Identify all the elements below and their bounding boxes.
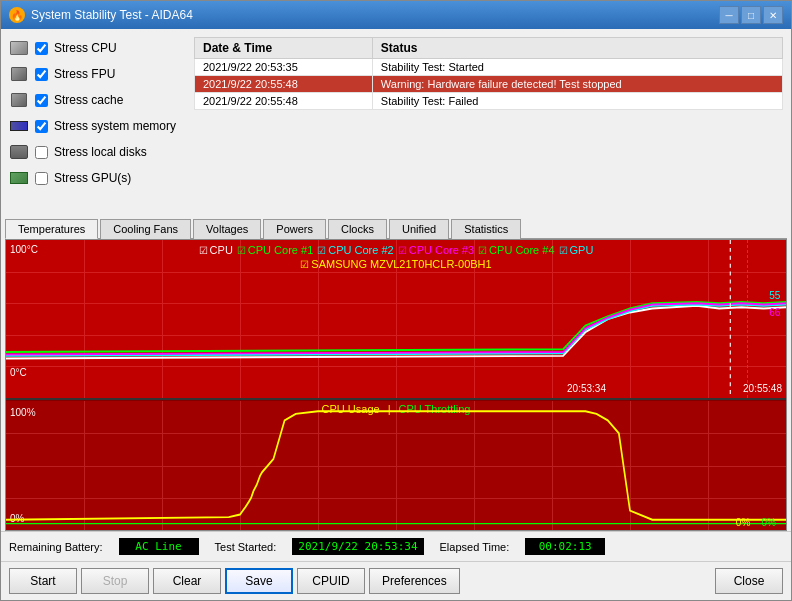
stress-gpu-item: Stress GPU(s) <box>9 167 178 189</box>
tab-voltages[interactable]: Voltages <box>193 219 261 239</box>
stress-cpu-item: Stress CPU <box>9 37 178 59</box>
bottom-info: Remaining Battery: AC Line Test Started:… <box>1 531 791 561</box>
stress-fpu-checkbox[interactable] <box>35 68 48 81</box>
row3-datetime: 2021/9/22 20:55:48 <box>195 93 373 110</box>
log-table: Date & Time Status 2021/9/22 20:53:35 St… <box>194 37 783 110</box>
table-row: 2021/9/22 20:53:35 Stability Test: Start… <box>195 59 783 76</box>
tab-statistics[interactable]: Statistics <box>451 219 521 239</box>
col-status: Status <box>372 38 782 59</box>
fpu-icon <box>9 66 29 82</box>
cpu-icon <box>9 40 29 56</box>
col-datetime: Date & Time <box>195 38 373 59</box>
tab-powers[interactable]: Powers <box>263 219 326 239</box>
minimize-button[interactable]: ─ <box>719 6 739 24</box>
stress-disks-item: Stress local disks <box>9 141 178 163</box>
preferences-button[interactable]: Preferences <box>369 568 460 594</box>
cpu-usage-chart: CPU Usage | CPU Throttling <box>6 400 786 530</box>
stress-memory-checkbox[interactable] <box>35 120 48 133</box>
stress-gpu-label: Stress GPU(s) <box>54 171 131 185</box>
start-button[interactable]: Start <box>9 568 77 594</box>
right-panel: Date & Time Status 2021/9/22 20:53:35 St… <box>186 29 791 219</box>
stress-cache-label: Stress cache <box>54 93 123 107</box>
stress-gpu-checkbox[interactable] <box>35 172 48 185</box>
test-started-label: Test Started: <box>215 541 277 553</box>
tab-temperatures[interactable]: Temperatures <box>5 219 98 239</box>
row3-status: Stability Test: Failed <box>372 93 782 110</box>
save-button[interactable]: Save <box>225 568 293 594</box>
titlebar-left: 🔥 System Stability Test - AIDA64 <box>9 7 193 23</box>
stress-disks-label: Stress local disks <box>54 145 147 159</box>
usage-svg: 0% 0% <box>6 401 786 530</box>
row1-datetime: 2021/9/22 20:53:35 <box>195 59 373 76</box>
stop-button[interactable]: Stop <box>81 568 149 594</box>
test-started-value: 2021/9/22 20:53:34 <box>292 538 423 555</box>
titlebar: 🔥 System Stability Test - AIDA64 ─ □ ✕ <box>1 1 791 29</box>
stress-memory-item: Stress system memory <box>9 115 178 137</box>
window-title: System Stability Test - AIDA64 <box>31 8 193 22</box>
tab-clocks[interactable]: Clocks <box>328 219 387 239</box>
close-button[interactable]: Close <box>715 568 783 594</box>
stress-disks-checkbox[interactable] <box>35 146 48 159</box>
svg-text:55: 55 <box>769 288 780 301</box>
table-row: 2021/9/22 20:55:48 Stability Test: Faile… <box>195 93 783 110</box>
disk-icon <box>9 144 29 160</box>
clear-button[interactable]: Clear <box>153 568 221 594</box>
button-bar: Start Stop Clear Save CPUID Preferences … <box>1 561 791 600</box>
main-content: Stress CPU Stress FPU Stress cache Stres… <box>1 29 791 219</box>
gpu-icon <box>9 170 29 186</box>
tab-cooling-fans[interactable]: Cooling Fans <box>100 219 191 239</box>
cpuid-button[interactable]: CPUID <box>297 568 365 594</box>
close-window-button[interactable]: ✕ <box>763 6 783 24</box>
tab-bar: Temperatures Cooling Fans Voltages Power… <box>5 219 787 239</box>
stress-cache-checkbox[interactable] <box>35 94 48 107</box>
battery-value: AC Line <box>119 538 199 555</box>
table-row: 2021/9/22 20:55:48 Warning: Hardware fai… <box>195 76 783 93</box>
stress-fpu-label: Stress FPU <box>54 67 115 81</box>
stress-memory-label: Stress system memory <box>54 119 176 133</box>
chart-area: ☑ CPU ☑ CPU Core #1 ☑ CPU Core #2 ☑ CPU … <box>5 239 787 531</box>
left-panel: Stress CPU Stress FPU Stress cache Stres… <box>1 29 186 219</box>
elapsed-value: 00:02:13 <box>525 538 605 555</box>
svg-text:66: 66 <box>769 306 780 319</box>
row1-status: Stability Test: Started <box>372 59 782 76</box>
temp-svg: 55 66 <box>6 240 786 398</box>
main-window: 🔥 System Stability Test - AIDA64 ─ □ ✕ S… <box>0 0 792 601</box>
row2-status: Warning: Hardware failure detected! Test… <box>372 76 782 93</box>
maximize-button[interactable]: □ <box>741 6 761 24</box>
app-icon: 🔥 <box>9 7 25 23</box>
tab-unified[interactable]: Unified <box>389 219 449 239</box>
tabs-section: Temperatures Cooling Fans Voltages Power… <box>1 219 791 531</box>
stress-cpu-checkbox[interactable] <box>35 42 48 55</box>
stress-cpu-label: Stress CPU <box>54 41 117 55</box>
svg-text:0%: 0% <box>761 515 776 528</box>
cache-icon <box>9 92 29 108</box>
elapsed-label: Elapsed Time: <box>440 541 510 553</box>
svg-text:0%: 0% <box>736 515 751 528</box>
memory-icon <box>9 118 29 134</box>
titlebar-controls: ─ □ ✕ <box>719 6 783 24</box>
row2-datetime: 2021/9/22 20:55:48 <box>195 76 373 93</box>
stress-cache-item: Stress cache <box>9 89 178 111</box>
stress-fpu-item: Stress FPU <box>9 63 178 85</box>
temperature-chart: ☑ CPU ☑ CPU Core #1 ☑ CPU Core #2 ☑ CPU … <box>6 240 786 400</box>
battery-label: Remaining Battery: <box>9 541 103 553</box>
